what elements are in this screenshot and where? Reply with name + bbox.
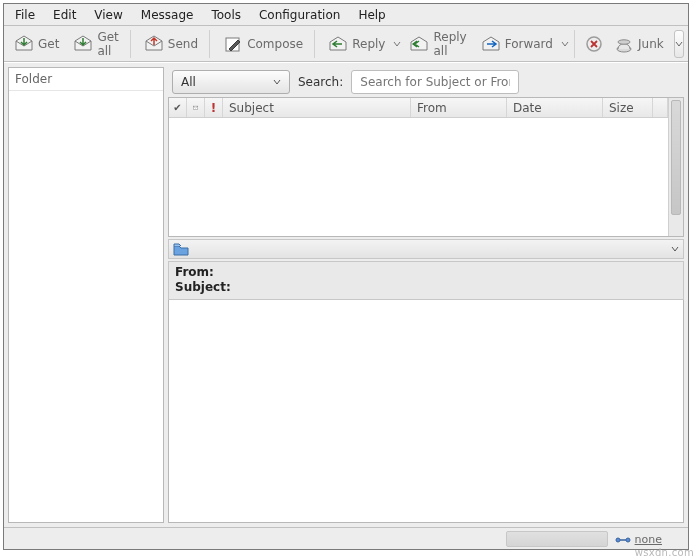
network-icon bbox=[615, 535, 631, 545]
menu-file[interactable]: File bbox=[6, 5, 44, 25]
menu-bar: File Edit View Message Tools Configurati… bbox=[4, 4, 688, 26]
menu-tools[interactable]: Tools bbox=[202, 5, 250, 25]
column-date[interactable]: Date bbox=[507, 98, 603, 117]
right-pane: All Search: ✔ ! Subject From bbox=[168, 67, 684, 523]
search-bar: All Search: bbox=[168, 67, 684, 97]
inbox-download-icon bbox=[14, 35, 34, 53]
search-label: Search: bbox=[298, 75, 343, 89]
menu-message[interactable]: Message bbox=[132, 5, 203, 25]
get-button[interactable]: Get bbox=[8, 30, 65, 58]
outbox-send-icon bbox=[144, 35, 164, 53]
toolbar-separator bbox=[574, 30, 577, 58]
filter-combo[interactable]: All bbox=[172, 70, 290, 94]
compose-button[interactable]: Compose bbox=[217, 30, 309, 58]
forward-icon bbox=[481, 35, 501, 53]
watermark: wsxdn.com bbox=[635, 547, 694, 558]
column-flag[interactable]: ! bbox=[205, 98, 223, 117]
toolbar-separator bbox=[314, 30, 317, 58]
forward-label: Forward bbox=[505, 37, 553, 51]
toolbar-separator bbox=[209, 30, 212, 58]
status-bar: none bbox=[4, 527, 688, 549]
delete-icon bbox=[584, 35, 604, 53]
reply-all-icon bbox=[409, 35, 429, 53]
toolbar: Get Get all Send Compose Repl bbox=[4, 26, 688, 62]
send-button[interactable]: Send bbox=[138, 30, 204, 58]
get-label: Get bbox=[38, 37, 59, 51]
forward-button[interactable]: Forward bbox=[475, 30, 559, 58]
network-status[interactable]: none bbox=[615, 533, 662, 546]
chevron-down-icon bbox=[273, 78, 281, 86]
message-preview-body[interactable] bbox=[168, 300, 684, 523]
column-size[interactable]: Size bbox=[603, 98, 653, 117]
main-area: Folder All Search: ✔ ! bbox=[4, 62, 688, 527]
svg-point-3 bbox=[618, 39, 630, 43]
column-spacer bbox=[653, 98, 668, 117]
inbox-download-all-icon bbox=[73, 35, 93, 53]
message-preview-header: From: Subject: bbox=[168, 261, 684, 300]
forward-dropdown[interactable] bbox=[561, 40, 569, 48]
message-list: ✔ ! Subject From Date Size bbox=[168, 97, 684, 237]
column-subject[interactable]: Subject bbox=[223, 98, 411, 117]
toolbar-overflow-button[interactable] bbox=[674, 30, 684, 58]
reply-dropdown[interactable] bbox=[393, 40, 401, 48]
delete-button[interactable] bbox=[582, 30, 606, 58]
send-label: Send bbox=[168, 37, 198, 51]
scrollbar-thumb[interactable] bbox=[671, 100, 681, 215]
reply-label: Reply bbox=[352, 37, 385, 51]
folder-path-bar[interactable] bbox=[168, 239, 684, 259]
search-input[interactable] bbox=[351, 70, 519, 94]
folder-pane-header: Folder bbox=[9, 68, 163, 91]
junk-label: Junk bbox=[638, 37, 664, 51]
column-headers: ✔ ! Subject From Date Size bbox=[169, 98, 668, 118]
menu-view[interactable]: View bbox=[85, 5, 131, 25]
chevron-down-icon[interactable] bbox=[671, 245, 679, 253]
column-status[interactable] bbox=[187, 98, 205, 117]
toolbar-separator bbox=[130, 30, 133, 58]
folder-icon bbox=[173, 243, 189, 256]
menu-edit[interactable]: Edit bbox=[44, 5, 85, 25]
status-progress-well bbox=[506, 531, 608, 547]
svg-point-6 bbox=[626, 538, 630, 542]
svg-point-5 bbox=[616, 538, 620, 542]
envelope-icon bbox=[193, 103, 198, 113]
compose-label: Compose bbox=[247, 37, 303, 51]
column-from[interactable]: From bbox=[411, 98, 507, 117]
preview-subject-label: Subject: bbox=[175, 280, 677, 295]
message-list-body[interactable] bbox=[169, 118, 668, 236]
folder-pane[interactable]: Folder bbox=[8, 67, 164, 523]
get-all-label: Get all bbox=[97, 30, 118, 58]
mail-client-window: File Edit View Message Tools Configurati… bbox=[3, 3, 689, 550]
get-all-button[interactable]: Get all bbox=[67, 30, 124, 58]
reply-button[interactable]: Reply bbox=[322, 30, 391, 58]
filter-combo-label: All bbox=[181, 75, 196, 89]
message-list-scrollbar[interactable] bbox=[668, 98, 683, 236]
menu-help[interactable]: Help bbox=[349, 5, 394, 25]
compose-icon bbox=[223, 35, 243, 53]
junk-icon bbox=[614, 35, 634, 53]
junk-button[interactable]: Junk bbox=[608, 30, 670, 58]
column-mark[interactable]: ✔ bbox=[169, 98, 187, 117]
preview-from-label: From: bbox=[175, 265, 677, 280]
network-status-label: none bbox=[635, 533, 662, 546]
reply-all-label: Reply all bbox=[433, 30, 466, 58]
reply-all-button[interactable]: Reply all bbox=[403, 30, 472, 58]
menu-configuration[interactable]: Configuration bbox=[250, 5, 349, 25]
reply-icon bbox=[328, 35, 348, 53]
